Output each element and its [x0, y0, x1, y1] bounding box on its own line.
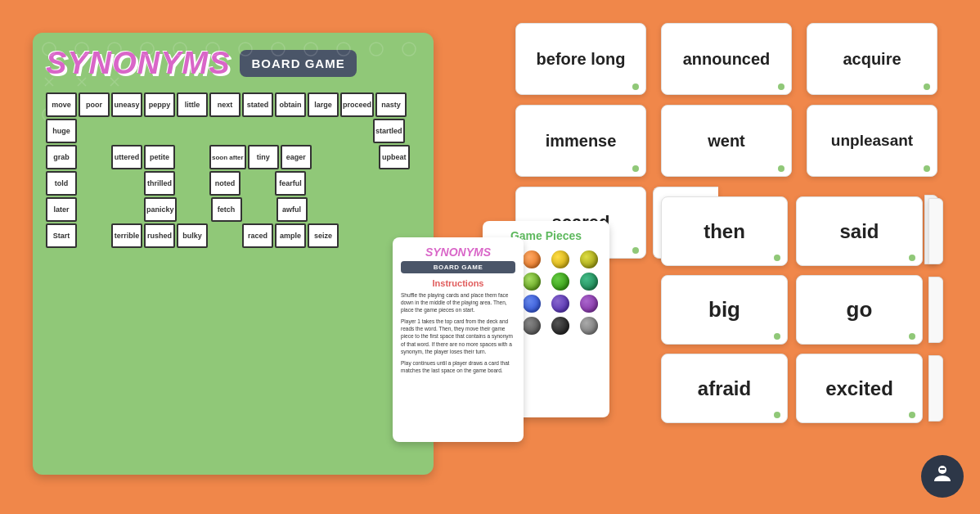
- cell-empty: [79, 145, 110, 169]
- board-row-6: Start terrible rushed bulky raced ample …: [46, 223, 420, 248]
- instructions-card: SYNONYMS BOARD GAME Instructions Shuffle…: [393, 237, 524, 442]
- card-dot: [774, 333, 780, 340]
- cell-empty: [111, 119, 142, 143]
- cell-empty: [308, 119, 339, 143]
- board-row-2: huge startled: [46, 119, 420, 143]
- piece-indigo: [551, 295, 569, 313]
- svg-rect-24: [940, 468, 945, 470]
- cell-empty: [177, 171, 208, 196]
- card-dot: [924, 83, 930, 90]
- cell: stated: [242, 92, 273, 117]
- cell-empty: [340, 171, 371, 196]
- cell: tiny: [248, 145, 279, 169]
- cell-empty: [342, 197, 373, 222]
- cell: obtain: [275, 92, 306, 117]
- cell: noted: [209, 171, 241, 196]
- cell: huge: [46, 119, 77, 143]
- cell-empty: [144, 119, 175, 143]
- word-card-bad-stack: [928, 277, 943, 343]
- cell-empty: [79, 171, 110, 196]
- card-dot: [632, 165, 639, 172]
- cell-empty: [111, 171, 142, 196]
- board-title: SYNONYMS: [46, 46, 230, 81]
- word-card-unpleasant: unpleasant: [807, 105, 937, 177]
- cell-empty: [275, 119, 306, 143]
- board-title-row: SYNONYMS BOARD GAME: [46, 46, 420, 81]
- piece-gray: [580, 317, 598, 335]
- cell-empty: [313, 145, 344, 169]
- cell: rushed: [144, 223, 175, 248]
- cell-empty: [346, 145, 377, 169]
- cell-empty: [242, 171, 273, 196]
- word-card-get-stack: [928, 198, 943, 264]
- cell: upbeat: [379, 145, 410, 169]
- piece-blue: [523, 295, 541, 313]
- cell: eager: [281, 145, 312, 169]
- cell: thrilled: [144, 171, 175, 196]
- cell-empty: [309, 197, 340, 222]
- card-dot: [909, 333, 915, 340]
- cell: next: [209, 92, 241, 117]
- cell-empty: [79, 223, 110, 248]
- cell-empty: [177, 119, 208, 143]
- word-card-announced: announced: [661, 23, 792, 95]
- cell-empty: [340, 223, 371, 248]
- cell-empty: [178, 197, 209, 222]
- cell: move: [46, 92, 77, 117]
- word-card-then: then: [661, 196, 788, 266]
- cell: fearful: [275, 171, 306, 196]
- cell: uttered: [111, 145, 142, 169]
- cell-empty: [308, 171, 339, 196]
- cell: bulky: [177, 223, 208, 248]
- piece-dark-gray: [523, 317, 541, 335]
- instructions-badge: BOARD GAME: [401, 261, 515, 273]
- piece-light-green: [523, 273, 541, 291]
- word-card-big: big: [661, 275, 788, 345]
- cell: raced: [242, 223, 273, 248]
- instructions-step-1: Shuffle the playing cards and place them…: [401, 291, 515, 313]
- cell: terrible: [111, 223, 142, 248]
- instructions-step-2: Player 1 takes the top card from the dec…: [401, 318, 515, 354]
- cell-empty: [177, 145, 208, 169]
- logo-icon: [931, 463, 954, 490]
- word-card-before-long: before long: [515, 23, 646, 95]
- cell: peppy: [144, 92, 175, 117]
- cell-empty: [340, 119, 371, 143]
- cell: awful: [276, 197, 308, 222]
- card-dot: [632, 83, 639, 90]
- cell: later: [46, 197, 77, 222]
- card-dot: [909, 255, 915, 261]
- instructions-heading: Instructions: [401, 278, 515, 288]
- cell: panicky: [144, 197, 177, 222]
- piece-purple: [580, 295, 598, 313]
- board-grid: move poor uneasy peppy little next state…: [46, 92, 420, 248]
- cell-empty: [209, 119, 241, 143]
- cell: proceed: [340, 92, 374, 117]
- instructions-step-3: Play continues until a player draws a ca…: [401, 359, 515, 374]
- word-card-acquire: acquire: [807, 23, 937, 95]
- board-row-1: move poor uneasy peppy little next state…: [46, 92, 420, 117]
- word-card-excited: excited: [796, 354, 923, 423]
- cell: soon after: [209, 145, 246, 169]
- board-game-badge: BOARD GAME: [240, 50, 356, 77]
- cell: large: [308, 92, 339, 117]
- cell-empty: [79, 119, 110, 143]
- cell-empty: [111, 197, 142, 222]
- cell: ample: [275, 223, 306, 248]
- card-dot: [774, 255, 780, 261]
- piece-green: [551, 273, 569, 291]
- cell: petite: [144, 145, 175, 169]
- piece-black: [551, 317, 569, 335]
- cell: poor: [79, 92, 110, 117]
- piece-yellow-green: [580, 250, 598, 268]
- cell-empty: [375, 197, 406, 222]
- word-card-afraid: afraid: [661, 354, 788, 423]
- piece-orange: [523, 250, 541, 268]
- card-dot: [778, 83, 784, 90]
- board-row-3: grab uttered petite soon after tiny eage…: [46, 145, 420, 169]
- cell-empty: [209, 223, 241, 248]
- board-row-5: later panicky fetch awful: [46, 197, 420, 222]
- cell-empty: [244, 197, 275, 222]
- cell-empty: [242, 119, 273, 143]
- card-dot: [909, 412, 915, 418]
